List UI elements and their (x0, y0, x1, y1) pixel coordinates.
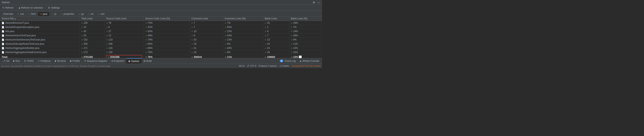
minimize-btn[interactable]: — (317, 1, 320, 4)
cell-comment-lines-percent: ≋7% (223, 21, 263, 25)
bottom-tab-endpoints[interactable]: ◈ Endpoints (109, 58, 126, 64)
tab-css[interactable]: <> css (15, 12, 26, 16)
bottom-tab-problems[interactable]: ⚠ Problems (36, 58, 53, 64)
cell-comment-lines: ≋16 (190, 50, 223, 54)
col-comment-lines[interactable]: Comment Lines (190, 16, 223, 21)
cell-src-pct-icon: ≋ (145, 43, 147, 45)
table-row[interactable]: 📄AbstractActionTestCase.java ≋25 ≋12 ≋48… (0, 33, 322, 38)
statistic-icon: ◉ (128, 60, 130, 62)
file-icon: 📄 (2, 34, 4, 37)
col-total-lines[interactable]: Total Lines (80, 16, 104, 21)
table-row[interactable]: 📄AbstractActiveDirectoryTestCase.java ≋1… (0, 38, 322, 42)
cell-comment-lines-percent: ≋9% (223, 50, 263, 54)
cell-blank-lines: ≋13 (263, 38, 289, 42)
col-blank-lines-percent[interactable]: Blank Lines [%] (289, 16, 322, 21)
bottom-tab-terminal-label: Terminal (57, 60, 66, 62)
refresh-button[interactable]: Refresh (1, 6, 15, 9)
tab-xml-label: xml (101, 12, 104, 15)
cell-blank-lines: ≋44 (263, 42, 289, 46)
cell-comment-lines: ≋20 (190, 38, 223, 42)
tab-css-icon: <> (17, 13, 20, 15)
right-tabs: 2 Event Log ◈ JRebel Console (278, 59, 321, 63)
cell-comment-lines: ≋18 (190, 42, 223, 46)
white-indicator-box (299, 56, 302, 58)
table-row[interactable]: 📄AbortedRestoreIT.java ≋105 ≋78 ≋74% ≋7 … (0, 21, 322, 25)
cell-blank-lines: ≋6 (263, 29, 289, 33)
bottom-tab-sequence-diagram-label: Sequence Diagram (87, 60, 107, 62)
bottom-tab-run[interactable]: ▶ Run (11, 58, 22, 64)
tab-xml[interactable]: <> xml (96, 12, 106, 16)
cell-blank-pct-icon: ≋ (291, 47, 292, 49)
cell-blank-lines-percent: ≋15% (289, 50, 322, 54)
table-row[interactable]: 📄Abs.java ≋43 ≋27 ≋63% ≋10 ≋23% ≋6 ≋14% (0, 29, 322, 33)
tab-properties-icon: <> (60, 13, 63, 15)
bottom-tab-endpoints-label: Endpoints (114, 60, 124, 62)
bottom-tab-todo[interactable]: ☰ TODO (22, 58, 36, 64)
cell-source-code-lines: ≋116 (104, 46, 144, 50)
cell-src-icon: ≋ (106, 30, 108, 32)
file-icon: 📄 (2, 38, 4, 41)
total-cmt-pct-icon: ≋ (225, 56, 226, 58)
cell-blank-icon: ≋ (265, 34, 266, 37)
cell-total-icon: ≋ (81, 43, 83, 45)
bottom-tab-todo-label: TODO (27, 60, 34, 62)
tab-properties[interactable]: <> properties (58, 12, 76, 16)
cell-blank-icon: ≋ (265, 51, 266, 53)
cell-comment-lines: ≋7 (190, 25, 223, 29)
total-cmt-icon: ≋ (191, 56, 193, 58)
cell-total-lines: ≋152 (80, 38, 104, 42)
col-comment-lines-percent[interactable]: Comment Lines [%] (223, 16, 263, 21)
col-source-code-lines[interactable]: Source Code Lines (104, 16, 144, 21)
cell-cmt-icon: ≋ (191, 43, 193, 45)
status-message: Success: Successfully calculated statist… (1, 65, 110, 67)
bottom-tab-sequence-diagram[interactable]: ≋ Sequence Diagram (82, 58, 109, 64)
bottom-tab-terminal[interactable]: ▮ Terminal (53, 58, 68, 64)
tab-html[interactable]: <> html (26, 12, 38, 16)
cell-blank-lines-percent: ≋7% (289, 25, 322, 29)
col-source-file[interactable]: Source File (0, 16, 80, 21)
cell-source-code-lines-percent: ≋76% (144, 50, 190, 54)
table-row[interactable]: 📄AbortedSnapshotException.java ≋14 ≋6 ≋4… (0, 25, 322, 29)
cell-total-icon: ≋ (81, 30, 83, 32)
right-tab-event-log[interactable]: 2 Event Log (278, 59, 298, 63)
indent-info[interactable]: Projector 4 spaces (259, 65, 277, 67)
cell-blank-icon: ≋ (265, 47, 266, 49)
col-source-code-lines-percent[interactable]: Source Code Lines [%] (144, 16, 190, 21)
tab-java[interactable]: <> java (38, 11, 50, 16)
tab-py[interactable]: <> py (76, 12, 86, 16)
cell-comment-lines: ≋7 (190, 21, 223, 25)
bottom-tab-run-label: Run (16, 60, 20, 62)
file-type-tabs: Overview <> css <> html <> java <> js <>… (0, 11, 322, 16)
table-row[interactable]: 📄AbstractAggregationDataExtractor.java ≋… (0, 50, 322, 54)
refresh-on-selection-button[interactable]: Refresh on selection (18, 6, 44, 9)
git-branch[interactable]: ⎇ master (279, 65, 289, 67)
table-row[interactable]: 📄AbstractAggregationBuilder.java ≋171 ≋1… (0, 46, 322, 50)
bottom-tab-profiler[interactable]: ◉ Profiler (68, 58, 82, 64)
right-tab-event-log-label: Event Log (285, 60, 296, 62)
cell-cmt-pct-icon: ≋ (225, 43, 226, 45)
bottom-tab-build[interactable]: ▤ Build (142, 58, 154, 64)
tab-txt[interactable]: <> txt (86, 12, 96, 16)
cell-total-lines: ≋171 (80, 46, 104, 50)
bottom-tab-build-label: Build (146, 60, 152, 62)
toolbar-separator-2 (45, 6, 46, 9)
tab-overview[interactable]: Overview (1, 12, 15, 16)
cell-total-lines: ≋25 (80, 33, 104, 38)
cell-cmt-pct-icon: ≋ (225, 26, 226, 28)
table-row[interactable]: 📄AbstractAdLdapRealmTestCase.java ≋400 ≋… (0, 42, 322, 46)
col-blank-lines[interactable]: Blank Lines (263, 16, 289, 21)
tab-html-label: html (31, 12, 36, 15)
tab-js[interactable]: <> js (50, 12, 58, 16)
encoding-info[interactable]: LF UTF-8 (247, 65, 256, 67)
cell-source-code-lines-percent: ≋84% (144, 42, 190, 46)
eye-icon (18, 6, 20, 9)
bottom-tab-statistic[interactable]: ◉ Statistic (126, 58, 142, 64)
settings-button[interactable]: Settings (47, 6, 61, 9)
cursor-position[interactable]: 68:19 (239, 65, 244, 67)
settings-window-btn[interactable]: ⚙ (312, 1, 316, 4)
tab-java-icon: <> (40, 13, 42, 15)
window-controls: ⚙ — (312, 1, 320, 4)
cell-source-code-lines-percent: ≋48% (144, 33, 190, 38)
right-tab-jrebel-console[interactable]: ◈ JRebel Console (298, 59, 321, 63)
bottom-tab-git[interactable]: ⎇ Git (1, 58, 11, 64)
